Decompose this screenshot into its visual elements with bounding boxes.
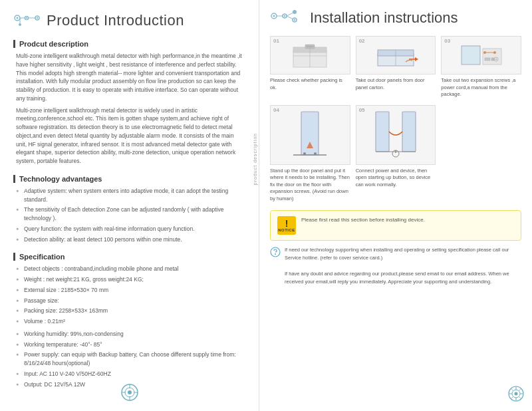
right-title: Installation instructions [310, 9, 458, 27]
step-05: 05 Connect power and device, then open s… [356, 105, 436, 203]
svg-point-61 [515, 392, 518, 396]
svg-rect-53 [402, 112, 416, 152]
page-title-container: Product Introduction [13, 12, 245, 29]
svg-rect-52 [376, 112, 389, 152]
notice-box: ! NOTICE Please first read this section … [270, 210, 521, 241]
svg-point-26 [294, 19, 295, 21]
svg-line-67 [519, 397, 522, 400]
contact-icon [270, 247, 281, 257]
spec-item-8: Working temperature: -40°- 85° [16, 341, 245, 349]
notice-exclamation: ! [285, 219, 289, 228]
step-03: 03 Take out two expansion screws ,a p [441, 36, 521, 98]
svg-line-24 [287, 16, 293, 19]
svg-line-22 [287, 13, 293, 16]
svg-point-45 [483, 51, 486, 54]
step-04-number: 04 [273, 107, 279, 113]
spec-item-10: Input: AC 110 V-240 V/50HZ-60HZ [16, 370, 245, 378]
step-01-img: 01 [270, 36, 350, 74]
spec-item-5: Packing size: 2258×533× 163mm [16, 307, 245, 315]
technology-list: Adaptive system: when system enters into… [13, 187, 245, 244]
svg-point-43 [495, 59, 497, 60]
contact-section: If need our technology supporting when i… [270, 246, 521, 286]
svg-rect-39 [483, 49, 501, 65]
spec-group-2: Working humidity: 99%,non-condensing Wor… [13, 330, 245, 389]
right-title-icon [270, 9, 303, 27]
step-05-number: 05 [359, 107, 365, 113]
technology-header: Technology advantages [13, 175, 245, 183]
notice-text: Please first read this section before in… [301, 216, 425, 224]
svg-point-46 [493, 51, 496, 54]
step-03-img: 03 [441, 36, 521, 74]
description-section: Prodcut description Multi-zone intellige… [13, 40, 245, 166]
step-03-number: 03 [444, 38, 450, 44]
bottom-decoration-left [119, 382, 140, 404]
svg-point-4 [26, 17, 27, 19]
step-05-img: 05 [356, 105, 436, 165]
svg-point-9 [37, 17, 38, 19]
bottom-decoration-right [507, 384, 525, 404]
svg-rect-47 [301, 112, 319, 155]
contact-line2: If have any doubt and advice regarding o… [285, 271, 509, 285]
technology-title: Technology advantages [19, 175, 102, 183]
specification-section: Specification Detect objects : contraban… [13, 253, 245, 388]
svg-point-18 [273, 15, 275, 17]
left-title: Product Introduction [47, 12, 184, 29]
svg-point-49 [303, 152, 306, 155]
svg-marker-37 [415, 57, 418, 61]
side-text: product description [253, 133, 257, 185]
step-02-caption: Take out door panels from door panel car… [356, 77, 436, 91]
spec-item-3: External size : 2185×530× 70 mm [16, 286, 245, 295]
svg-line-69 [511, 397, 513, 400]
contact-line1: If need our technology supporting when i… [285, 247, 509, 261]
title-icon [13, 13, 40, 29]
step-01: 01 Please check whether packing is ok. [270, 36, 350, 98]
step-02: 02 Take out door panels from door panel … [356, 36, 436, 98]
tech-item-1: Adaptive system: when system enters into… [16, 187, 245, 204]
spec-item-4: Passage size: [16, 297, 245, 305]
description-title: Prodcut description [19, 40, 88, 48]
technology-section: Technology advantages Adaptive system: w… [13, 175, 245, 244]
svg-point-58 [275, 253, 276, 255]
step-04-caption: Stand up the door panel and put it where… [270, 168, 350, 203]
svg-point-1 [17, 17, 19, 19]
steps-grid-2: 04 Stand up the door panel and put it wh… [270, 105, 521, 203]
spec-group-1: Detect objects : contraband,including mo… [13, 265, 245, 326]
step-01-caption: Please check whether packing is ok. [270, 77, 350, 91]
tech-item-4: Detection ability: at least detect 100 p… [16, 235, 245, 244]
step-04-img: 04 [270, 105, 350, 165]
spec-item-1: Detect objects : contraband,including mo… [16, 265, 245, 273]
right-panel: Installation instructions 01 Please chec… [259, 0, 532, 411]
svg-line-66 [511, 388, 513, 391]
contact-text: If need our technology supporting when i… [285, 246, 521, 286]
step-04: 04 Stand up the door panel and put it wh… [270, 105, 350, 203]
step-01-number: 01 [273, 38, 279, 44]
right-title-container: Installation instructions [270, 9, 521, 27]
tech-item-3: Query function: the system with real-tim… [16, 225, 245, 233]
svg-rect-40 [485, 58, 490, 61]
description-para1: Multi-zone intelligent walkthrough metal… [16, 52, 245, 103]
spec-item-6: Volume : 0.21m³ [16, 317, 245, 326]
step-02-number: 02 [359, 38, 365, 44]
tech-item-2: The sensitivity of Each detection Zone c… [16, 206, 245, 223]
svg-point-50 [314, 152, 317, 155]
notice-icon: ! NOTICE [277, 216, 296, 235]
step-05-caption: Connect power and device, then open star… [356, 168, 436, 189]
step-03-caption: Take out two expansion screws ,a power c… [441, 77, 521, 98]
specification-header: Specification [13, 253, 245, 261]
left-panel: Product Introduction Prodcut description… [0, 0, 259, 411]
svg-point-23 [293, 10, 297, 14]
description-header: Prodcut description [13, 40, 245, 48]
specification-title: Specification [19, 253, 65, 261]
notice-label: NOTICE [278, 228, 295, 232]
svg-point-6 [19, 23, 21, 26]
step-02-img: 02 [356, 36, 436, 74]
spec-list-2: Working humidity: 99%,non-condensing Wor… [13, 330, 245, 389]
description-para2: Multi-zone intelligent walkthrough metal… [16, 106, 245, 166]
step-06 [441, 105, 521, 203]
svg-rect-41 [491, 58, 494, 61]
description-body: Multi-zone intelligent walkthrough metal… [13, 52, 245, 166]
spec-item-2: Weight : net weight:21 KG, gross weight:… [16, 275, 245, 284]
spec-list-1: Detect objects : contraband,including mo… [13, 265, 245, 326]
svg-point-21 [284, 15, 285, 17]
spec-item-9: Power supply: can equip with Backup batt… [16, 350, 245, 368]
